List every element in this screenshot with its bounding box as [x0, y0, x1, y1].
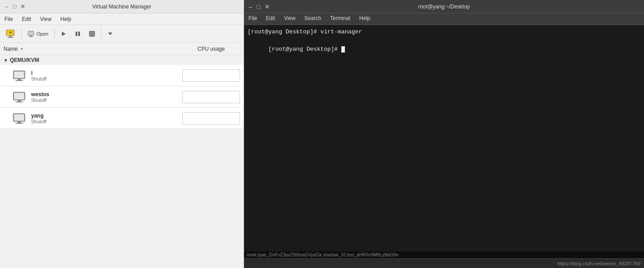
vm-icon-i	[12, 70, 27, 81]
terminal-title: root@yang:~/Desktop	[270, 4, 618, 10]
vmm-menu-help[interactable]: Help	[56, 14, 76, 24]
run-icon	[60, 31, 67, 37]
new-vm-icon: +	[6, 29, 16, 38]
svg-marker-11	[108, 32, 112, 35]
svg-rect-8	[76, 32, 77, 36]
vm-list: ▼ QEMU/KVM i Shutoff	[0, 55, 244, 268]
term-minimize-button[interactable]: –	[248, 3, 253, 11]
vm-icon-westos	[12, 91, 27, 103]
group-header-qemu[interactable]: ▼ QEMU/KVM	[0, 55, 244, 65]
vmm-menu-view[interactable]: View	[36, 14, 56, 24]
term-menu-terminal[interactable]: Terminal	[326, 14, 355, 24]
term-maximize-button[interactable]: □	[256, 3, 262, 11]
svg-rect-5	[30, 36, 32, 37]
terminal-cursor	[341, 46, 345, 53]
monitor-svg-yang	[13, 113, 26, 124]
stop-button[interactable]	[86, 29, 98, 39]
term-menu-help[interactable]: Help	[355, 14, 375, 24]
pause-button[interactable]	[72, 29, 84, 39]
toolbar-sep-3	[101, 29, 101, 39]
svg-rect-14	[14, 72, 24, 78]
term-line-2: [root@yang Desktop]#	[248, 37, 640, 63]
cpu-cell-yang	[182, 112, 240, 125]
watermark-text: mark,type_ZmFuZ3poZW5naGVpdGk,shadow_10,…	[244, 252, 644, 258]
vmm-minimize-button[interactable]: –	[4, 3, 9, 11]
terminal-titlebar: – □ ✕ root@yang:~/Desktop	[244, 0, 644, 13]
svg-rect-23	[18, 122, 21, 123]
vmm-menu-edit[interactable]: Edit	[17, 14, 36, 24]
vm-info-yang: yang Shutoff	[31, 113, 182, 124]
group-arrow-icon: ▼	[4, 58, 8, 63]
pause-icon	[75, 31, 81, 37]
term-close-button[interactable]: ✕	[264, 3, 270, 11]
svg-rect-9	[78, 32, 80, 36]
vm-info-westos: westos Shutoff	[31, 91, 182, 103]
terminal-window: – □ ✕ root@yang:~/Desktop File Edit View…	[244, 0, 644, 268]
new-vm-button[interactable]: +	[3, 28, 19, 40]
sort-icon	[20, 47, 24, 51]
run-button[interactable]	[57, 29, 70, 39]
vm-row-yang[interactable]: yang Shutoff	[0, 108, 244, 129]
vm-info-i: i Shutoff	[31, 70, 182, 81]
col-name-header: Name	[4, 46, 182, 52]
more-button[interactable]	[104, 29, 116, 39]
terminal-statusbar: https://blog.csdn.net/weixin_49297769	[244, 258, 644, 268]
vmm-maximize-button[interactable]: □	[12, 3, 18, 11]
svg-rect-1	[9, 36, 12, 37]
svg-rect-15	[18, 79, 21, 80]
svg-rect-10	[89, 31, 95, 37]
svg-rect-4	[28, 31, 34, 36]
svg-rect-16	[16, 80, 23, 81]
terminal-menubar: File Edit View Search Terminal Help	[244, 13, 644, 25]
vm-row-i[interactable]: i Shutoff	[0, 65, 244, 86]
vmm-toolbar: + Open	[0, 25, 244, 43]
monitor-svg-i	[13, 70, 26, 81]
monitor-icon	[28, 31, 35, 37]
term-menu-file[interactable]: File	[244, 14, 261, 24]
term-menu-search[interactable]: Search	[300, 14, 326, 24]
vm-row-westos[interactable]: westos Shutoff	[0, 86, 244, 108]
terminal-body[interactable]: [root@yang Desktop]# virt-manager [root@…	[244, 25, 644, 258]
column-header: Name CPU usage	[0, 43, 244, 55]
vmm-title: Virtual Machine Manager	[26, 4, 218, 10]
term-menu-edit[interactable]: Edit	[261, 14, 280, 24]
open-button[interactable]: Open	[24, 29, 52, 39]
stop-icon	[89, 31, 95, 37]
svg-rect-20	[16, 102, 23, 102]
svg-rect-19	[18, 100, 21, 102]
vmm-menubar: File Edit View Help	[0, 13, 244, 25]
svg-rect-18	[14, 93, 24, 99]
toolbar-sep-2	[54, 29, 55, 39]
vmm-titlebar: – □ ✕ Virtual Machine Manager	[0, 0, 244, 13]
svg-rect-22	[14, 114, 24, 121]
vmm-close-button[interactable]: ✕	[20, 3, 26, 11]
svg-rect-6	[29, 37, 33, 37]
svg-marker-12	[20, 48, 23, 50]
monitor-svg-westos	[13, 92, 26, 102]
vmm-window: – □ ✕ Virtual Machine Manager File Edit …	[0, 0, 244, 268]
terminal-url: https://blog.csdn.net/weixin_49297769	[557, 261, 640, 266]
term-menu-view[interactable]: View	[280, 14, 300, 24]
cpu-cell-i	[182, 69, 240, 82]
vm-icon-yang	[12, 113, 27, 124]
vmm-menu-file[interactable]: File	[0, 14, 17, 24]
cpu-cell-westos	[182, 91, 240, 103]
more-icon	[107, 31, 113, 37]
svg-marker-7	[62, 32, 66, 36]
term-line-1: [root@yang Desktop]# virt-manager	[248, 28, 640, 37]
svg-text:+: +	[9, 30, 12, 35]
svg-rect-2	[8, 37, 13, 38]
toolbar-sep-1	[21, 29, 22, 39]
col-cpu-header: CPU usage	[182, 46, 240, 52]
svg-rect-24	[16, 123, 23, 124]
vmm-content: Name CPU usage ▼ QEMU/KVM	[0, 43, 244, 268]
